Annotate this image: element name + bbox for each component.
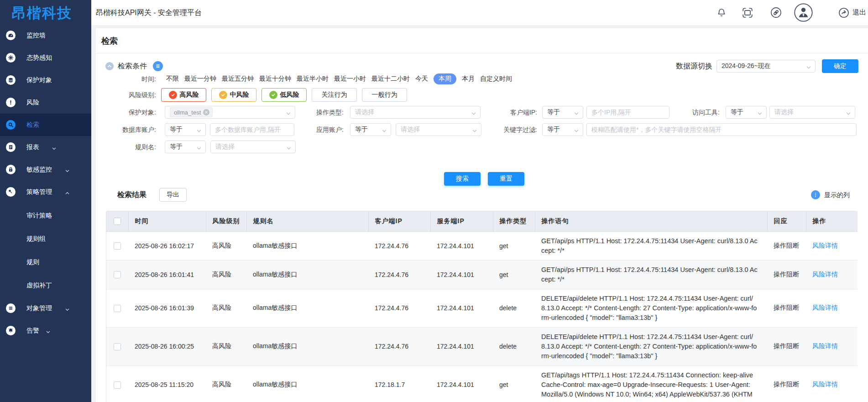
time-option[interactable]: 最近五分钟 <box>222 75 254 83</box>
cell-time: 2025-08-26 16:00:25 <box>128 327 206 365</box>
keyword-filter-label: 关键字过滤: <box>470 123 537 136</box>
sidebar-submenu-rule[interactable]: 规则 <box>0 251 91 274</box>
check-circle-icon <box>269 91 277 99</box>
divider <box>96 53 868 53</box>
sidebar-item-alerts[interactable]: 告警 <box>0 319 91 342</box>
app-account-select[interactable]: 请选择 <box>396 123 481 136</box>
sidebar-item-label: 监控墙 <box>26 24 46 47</box>
sidebar-item-risk[interactable]: 风险 <box>0 91 91 114</box>
reset-button[interactable]: 重置 <box>488 172 524 186</box>
time-option[interactable]: 最近十分钟 <box>259 75 291 83</box>
notification-bell-icon[interactable] <box>716 0 727 25</box>
sidebar-item-search[interactable]: 检索 <box>0 114 91 136</box>
select-all-checkbox[interactable] <box>114 218 121 225</box>
client-ip-input[interactable] <box>586 106 669 119</box>
confirm-button[interactable]: 确定 <box>822 59 858 73</box>
time-filter-options: 不限 最近一分钟 最近五分钟 最近十分钟 最近半小时 最近一小时 最近十二小时 … <box>166 73 512 84</box>
db-account-input[interactable] <box>210 123 294 136</box>
sidebar-item-label: 检索 <box>26 114 39 136</box>
time-option[interactable]: 不限 <box>166 75 179 83</box>
cell-time: 2025-08-26 16:01:39 <box>128 289 206 327</box>
db-account-operator-select[interactable]: 等于 <box>165 123 206 136</box>
table-header-row: 时间 风险级别 规则名 客户端IP 服务端IP 操作类型 操作语句 回应 操作 <box>106 211 858 231</box>
datasource-select[interactable]: 2024-09-26~现在 <box>716 60 816 73</box>
sidebar-item-monitor-wall[interactable]: 监控墙 <box>0 24 91 47</box>
time-option[interactable]: 最近一小时 <box>334 75 366 83</box>
lock-icon <box>6 165 16 174</box>
cell-op-type: delete <box>493 289 535 327</box>
row-checkbox[interactable] <box>114 343 121 350</box>
time-option[interactable]: 今天 <box>415 75 428 83</box>
chevron-up-icon <box>65 189 70 198</box>
collapse-filters-button[interactable] <box>105 62 114 70</box>
sidebar-item-label: 对象管理 <box>26 297 52 319</box>
chevron-down-icon <box>286 145 292 153</box>
client-ip-label: 客户端IP: <box>470 106 537 119</box>
table-row: 2025-08-25 11:15:20 高风险 ollama敏感接口 172.1… <box>106 365 858 402</box>
sidebar-item-protected-objects[interactable]: 保护对象 <box>0 69 91 91</box>
sidebar-submenu-rule-group[interactable]: 规则组 <box>0 227 91 251</box>
risk-detail-link[interactable]: 风险详情 <box>812 271 838 278</box>
sidebar-item-sensitive-monitoring[interactable]: 敏感监控 <box>0 158 91 181</box>
cell-risk: 高风险 <box>206 289 246 327</box>
link-icon[interactable] <box>770 0 782 25</box>
cell-response: 操作阻断 <box>767 231 806 260</box>
row-checkbox[interactable] <box>114 242 121 250</box>
risk-attention-button[interactable]: 关注行为 <box>312 88 357 102</box>
fullscreen-icon[interactable] <box>742 0 753 25</box>
keyword-operator-select[interactable]: 等于 <box>542 123 583 136</box>
risk-detail-link[interactable]: 风险详情 <box>812 242 838 249</box>
rule-name-operator-select[interactable]: 等于 <box>165 141 206 153</box>
tag-close-icon[interactable] <box>203 109 209 115</box>
risk-filter-options: 高风险 中风险 低风险 关注行为 一般行为 <box>161 88 407 102</box>
sidebar-item-situation-awareness[interactable]: 态势感知 <box>0 47 91 69</box>
operation-type-label: 操作类型: <box>288 106 344 119</box>
time-option[interactable]: 最近十二小时 <box>371 75 410 83</box>
sidebar-item-reports[interactable]: 报表 <box>0 136 91 158</box>
columns-menu-icon[interactable] <box>811 190 820 199</box>
time-option-selected[interactable]: 本周 <box>434 73 456 84</box>
filter-menu-icon[interactable] <box>153 61 163 71</box>
risk-general-button[interactable]: 一般行为 <box>362 88 407 102</box>
risk-detail-link[interactable]: 风险详情 <box>812 342 838 350</box>
app-account-operator-select[interactable]: 等于 <box>350 123 391 136</box>
time-option[interactable]: 本月 <box>462 75 475 83</box>
risk-detail-link[interactable]: 风险详情 <box>812 381 838 388</box>
user-avatar[interactable] <box>794 0 813 25</box>
sidebar-submenu-audit-policy[interactable]: 审计策略 <box>0 204 91 227</box>
time-option[interactable]: 自定义时间 <box>480 75 512 83</box>
keyword-input[interactable] <box>586 123 857 136</box>
access-tool-operator-select[interactable]: 等于 <box>726 106 767 119</box>
row-checkbox[interactable] <box>114 305 121 312</box>
rule-name-select[interactable]: 请选择 <box>210 141 296 153</box>
sidebar-item-policy-management[interactable]: 策略管理 <box>0 181 91 203</box>
cell-time: 2025-08-25 11:15:20 <box>128 365 206 402</box>
table-row: 2025-08-26 16:01:41 高风险 ollama敏感接口 172.2… <box>106 260 858 289</box>
cell-client-ip: 172.18.1.7 <box>368 365 430 402</box>
search-button[interactable]: 搜索 <box>444 172 481 186</box>
row-checkbox[interactable] <box>114 271 121 278</box>
operation-type-select[interactable]: 请选择 <box>350 106 481 119</box>
time-option[interactable]: 最近半小时 <box>297 75 329 83</box>
cell-op-type: get <box>493 365 535 402</box>
cell-server-ip: 172.24.4.101 <box>430 231 493 260</box>
select-value: 等于 <box>170 125 183 134</box>
row-checkbox[interactable] <box>114 381 121 389</box>
time-option[interactable]: 最近一分钟 <box>184 75 216 83</box>
risk-high-button[interactable]: 高风险 <box>161 88 206 102</box>
sidebar-submenu-virtual-patch[interactable]: 虚拟补丁 <box>0 274 91 297</box>
access-tool-select[interactable]: 请选择 <box>769 106 855 119</box>
column-header-action: 操作 <box>806 211 858 231</box>
sidebar-item-object-management[interactable]: 对象管理 <box>0 297 91 319</box>
cell-server-ip: 172.24.4.101 <box>430 327 493 365</box>
risk-low-button[interactable]: 低风险 <box>261 88 307 102</box>
risk-detail-link[interactable]: 风险详情 <box>812 304 838 311</box>
logout-button[interactable]: 退出 <box>838 0 866 25</box>
alarm-bell-icon <box>6 326 16 335</box>
client-ip-operator-select[interactable]: 等于 <box>542 106 583 119</box>
protect-object-select[interactable]: ollma_test <box>165 106 295 119</box>
cell-risk: 高风险 <box>206 231 246 260</box>
export-button[interactable]: 导出 <box>159 188 187 202</box>
selected-tag: ollma_test <box>170 107 213 117</box>
risk-medium-button[interactable]: 中风险 <box>211 88 256 102</box>
